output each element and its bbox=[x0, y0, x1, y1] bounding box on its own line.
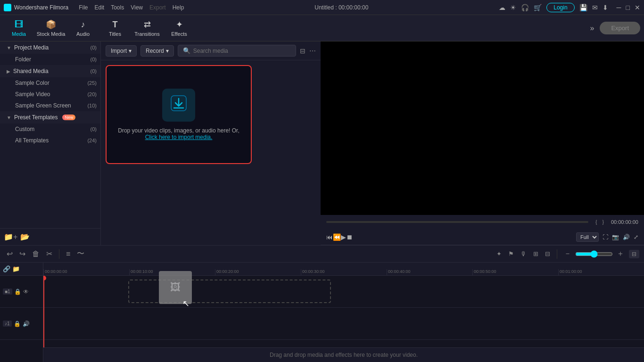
add-folder-button[interactable]: 📁+ bbox=[4, 232, 17, 241]
cart-icon[interactable]: 🛒 bbox=[534, 4, 542, 11]
edit-separator-1 bbox=[59, 249, 59, 259]
folder-button[interactable]: 📂 bbox=[20, 232, 30, 241]
sidebar-all-templates[interactable]: All Templates (24) bbox=[0, 135, 100, 146]
drop-area[interactable]: Drop your video clips, images, or audio … bbox=[106, 65, 252, 164]
window-controls: ─ □ ✕ bbox=[617, 4, 640, 11]
maximize-button[interactable]: □ bbox=[626, 4, 630, 11]
undo-button[interactable]: ↩ bbox=[5, 247, 15, 260]
ruler-mark-3: 00:00:30:00 bbox=[301, 269, 387, 275]
login-button[interactable]: Login bbox=[546, 3, 574, 12]
sidebar-sample-video[interactable]: Sample Video (20) bbox=[0, 89, 100, 100]
zoom-button[interactable]: ⤢ bbox=[634, 234, 638, 240]
menu-export[interactable]: Export bbox=[149, 4, 166, 11]
mic-button[interactable]: 🎙 bbox=[519, 248, 528, 259]
quality-select[interactable]: Full bbox=[576, 232, 599, 242]
sidebar-sample-green[interactable]: Sample Green Screen (10) bbox=[0, 100, 100, 111]
center-panel: Import ▾ Record ▾ 🔍 ⊟ ⋯ bbox=[101, 41, 321, 245]
video-lock-icon[interactable]: 🔒 bbox=[14, 288, 21, 295]
custom-label: Custom bbox=[15, 126, 34, 132]
magnet-button[interactable]: ✦ bbox=[495, 248, 504, 259]
sidebar-sample-color[interactable]: Sample Color (25) bbox=[0, 77, 100, 89]
toolbar-media[interactable]: 🎞 Media bbox=[4, 16, 34, 41]
sidebar-shared-media[interactable]: ▶ Shared Media (0) bbox=[0, 65, 100, 77]
toolbar-stock-media[interactable]: 📦 Stock Media bbox=[36, 16, 66, 41]
menu-bar: File Edit Tools View Export Help bbox=[79, 4, 184, 11]
filter-icon[interactable]: ⊟ bbox=[300, 47, 305, 55]
search-icon: 🔍 bbox=[183, 47, 190, 54]
shared-media-count: (0) bbox=[91, 68, 97, 74]
stabilize-button[interactable]: ⊟ bbox=[543, 248, 552, 259]
progress-bar[interactable] bbox=[326, 221, 588, 223]
toolbar-transitions[interactable]: ⇄ Transitions bbox=[132, 16, 162, 41]
drag-ghost-icon: 🖼 bbox=[170, 281, 181, 294]
mark-button[interactable]: ⚑ bbox=[506, 248, 516, 259]
menu-view[interactable]: View bbox=[131, 4, 143, 11]
brightness-icon[interactable]: ☀ bbox=[510, 4, 516, 11]
export-button[interactable]: Export bbox=[600, 22, 640, 34]
track-header-row: 🔗 📁 bbox=[0, 263, 43, 276]
close-button[interactable]: ✕ bbox=[635, 4, 640, 11]
save-icon[interactable]: 💾 bbox=[579, 4, 587, 11]
toolbar-expand-icon[interactable]: » bbox=[590, 24, 594, 33]
zoom-slider[interactable] bbox=[575, 250, 613, 258]
search-input[interactable] bbox=[193, 48, 291, 54]
sidebar-folder[interactable]: Folder (0) bbox=[0, 54, 100, 65]
content-toolbar: Import ▾ Record ▾ 🔍 ⊟ ⋯ bbox=[101, 41, 321, 60]
sidebar-custom[interactable]: Custom (0) bbox=[0, 123, 100, 135]
volume-button[interactable]: 🔊 bbox=[623, 234, 630, 240]
timeline-ruler: 00:00:00:00 00:00:10:00 00:00:20:00 00:0… bbox=[43, 263, 644, 276]
playback-controls: ⏮ ⏪ ▶ ⏹ Full ⛶ 📷 🔊 ⤢ bbox=[321, 229, 644, 245]
audio-volume-icon[interactable]: 🔊 bbox=[23, 321, 30, 327]
grid-icon[interactable]: ⋯ bbox=[309, 47, 316, 55]
snapshot-button[interactable]: 📷 bbox=[612, 234, 619, 240]
zoom-in-button[interactable]: ＋ bbox=[615, 247, 626, 261]
toolbar-audio[interactable]: ♪ Audio bbox=[68, 16, 98, 41]
playhead bbox=[43, 276, 44, 347]
delete-button[interactable]: 🗑 bbox=[30, 248, 41, 260]
audio-eq-button[interactable]: ≡ bbox=[64, 248, 72, 260]
folder-track-button[interactable]: 📁 bbox=[12, 265, 20, 272]
cut-button[interactable]: ✂ bbox=[44, 247, 54, 260]
headphone-icon[interactable]: 🎧 bbox=[521, 4, 529, 11]
custom-count: (0) bbox=[91, 126, 97, 132]
titlebar: Wondershare Filmora File Edit Tools View… bbox=[0, 0, 644, 15]
titlebar-right: ☁ ☀ 🎧 🛒 Login 💾 ✉ ⬇ ─ □ ✕ bbox=[499, 3, 640, 12]
stop-button[interactable]: ⏹ bbox=[346, 233, 353, 241]
record-button[interactable]: Record ▾ bbox=[140, 45, 174, 57]
zoom-out-button[interactable]: － bbox=[562, 247, 573, 261]
preview-panel: ｛ ｝ 00:00:00:00 ⏮ ⏪ ▶ ⏹ Full ⛶ 📷 🔊 ⤢ bbox=[321, 41, 644, 245]
link-button[interactable]: 🔗 bbox=[3, 265, 10, 272]
menu-edit[interactable]: Edit bbox=[95, 4, 105, 11]
timeline-drop-message: Drag and drop media and effects here to … bbox=[43, 347, 644, 362]
toolbar-effects[interactable]: ✦ Effects bbox=[164, 16, 194, 41]
sidebar-project-media[interactable]: ▼ Project Media (0) bbox=[0, 41, 100, 54]
full-screen-button[interactable]: ⛶ bbox=[603, 234, 608, 240]
notification-icon[interactable]: ✉ bbox=[592, 4, 598, 11]
import-button[interactable]: Import ▾ bbox=[106, 45, 137, 57]
fit-button[interactable]: ⊟ bbox=[629, 250, 639, 258]
folder-label: Folder bbox=[15, 56, 31, 63]
play-button[interactable]: ▶ bbox=[341, 233, 346, 241]
audio-track-label: ♪1 🔒 🔊 bbox=[0, 308, 43, 340]
ruler-mark-2: 00:00:20:00 bbox=[215, 269, 301, 275]
audio-lock-icon[interactable]: 🔒 bbox=[14, 321, 21, 327]
redo-button[interactable]: ↪ bbox=[17, 247, 27, 260]
track-labels: 🔗 📁 ■1 🔒 👁 ♪1 🔒 🔊 bbox=[0, 263, 43, 362]
shared-media-title: Shared Media bbox=[13, 68, 49, 74]
waveform-button[interactable]: 〜 bbox=[75, 247, 86, 261]
bottom-section: ↩ ↪ 🗑 ✂ ≡ 〜 ✦ ⚑ 🎙 ⊞ ⊟ － ＋ ⊟ bbox=[0, 245, 644, 362]
sidebar-preset-templates[interactable]: ▼ Preset Templates New bbox=[0, 111, 100, 123]
cloud-icon[interactable]: ☁ bbox=[499, 4, 505, 11]
menu-help[interactable]: Help bbox=[173, 4, 184, 11]
menu-tools[interactable]: Tools bbox=[111, 4, 124, 11]
toolbar-titles[interactable]: T Titles bbox=[100, 16, 130, 41]
app-container: Wondershare Filmora File Edit Tools View… bbox=[0, 0, 644, 362]
skip-back-button[interactable]: ⏮ bbox=[326, 233, 333, 241]
menu-file[interactable]: File bbox=[79, 4, 88, 11]
video-eye-icon[interactable]: 👁 bbox=[23, 288, 29, 295]
import-link[interactable]: Click here to import media. bbox=[145, 134, 213, 140]
frame-back-button[interactable]: ⏪ bbox=[333, 233, 341, 241]
download-icon[interactable]: ⬇ bbox=[603, 4, 608, 11]
panel-button[interactable]: ⊞ bbox=[531, 248, 540, 259]
minimize-button[interactable]: ─ bbox=[617, 4, 621, 11]
